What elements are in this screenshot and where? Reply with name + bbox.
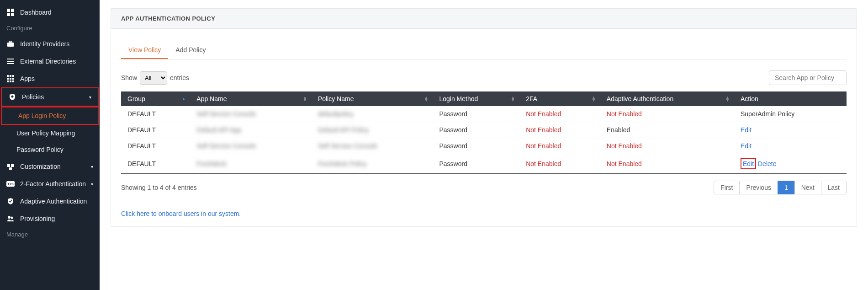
- cell-login-method: Password: [433, 106, 519, 122]
- sidebar: Dashboard Configure Identity Providers E…: [0, 0, 100, 290]
- sidebar-item-policies[interactable]: Policies ▾: [1, 87, 99, 107]
- sidebar-item-apps[interactable]: Apps: [0, 70, 100, 87]
- dashboard-icon: [6, 8, 15, 16]
- col-login-method[interactable]: Login Method▲▼: [433, 91, 519, 106]
- cell-app-name: Freshdesk: [190, 154, 312, 174]
- svg-rect-16: [10, 81, 11, 82]
- sidebar-item-label: External Directories: [20, 58, 76, 65]
- sidebar-item-password-policy[interactable]: Password Policy: [0, 141, 100, 158]
- policy-table: Group▲ App Name▲▼ Policy Name▲▼ Login Me…: [121, 91, 847, 174]
- shield-check-icon: [6, 197, 15, 205]
- svg-rect-2: [7, 13, 10, 16]
- panel-title: APP AUTHENTICATION POLICY: [111, 9, 857, 29]
- col-app-name[interactable]: App Name▲▼: [190, 91, 312, 106]
- sidebar-item-adaptive-auth[interactable]: Adaptive Authentication: [0, 193, 100, 210]
- svg-point-24: [8, 216, 11, 219]
- entries-label: entries: [170, 74, 189, 81]
- sidebar-item-label: Customization: [20, 163, 61, 170]
- svg-rect-17: [12, 81, 14, 82]
- sidebar-item-customization[interactable]: Customization ▾: [0, 158, 100, 175]
- cell-login-method: Password: [433, 154, 519, 174]
- svg-rect-14: [12, 78, 14, 80]
- edit-link[interactable]: Edit: [741, 126, 752, 134]
- briefcase-icon: [6, 40, 15, 48]
- cell-group: DEFAULT: [121, 154, 190, 174]
- search-input[interactable]: [769, 70, 847, 85]
- cell-login-method: Password: [433, 122, 519, 138]
- list-icon: [6, 57, 15, 65]
- cell-action: Edit Delete: [734, 154, 847, 174]
- sidebar-item-2fa[interactable]: 123 2-Factor Authentication ▾: [0, 175, 100, 193]
- tab-view-policy[interactable]: View Policy: [121, 42, 168, 59]
- cell-app-name: Self Service Console: [190, 138, 312, 154]
- sidebar-item-identity-providers[interactable]: Identity Providers: [0, 35, 100, 53]
- cell-adaptive: Not Enabled: [600, 106, 734, 122]
- sidebar-item-app-login-policy[interactable]: App Login Policy: [1, 107, 99, 125]
- svg-rect-13: [10, 78, 11, 80]
- sidebar-section-configure: Configure: [0, 21, 100, 35]
- svg-rect-19: [7, 164, 10, 167]
- table-info: Showing 1 to 4 of 4 entries: [121, 184, 197, 191]
- svg-rect-11: [12, 75, 14, 77]
- sidebar-item-label: Provisioning: [20, 215, 55, 222]
- users-icon: [6, 215, 15, 223]
- delete-link[interactable]: Delete: [758, 160, 776, 167]
- page-next[interactable]: Next: [794, 181, 821, 194]
- table-row: DEFAULTFreshdeskFreshdesk PolicyPassword…: [121, 154, 847, 174]
- cell-policy-name: Freshdesk Policy: [312, 154, 433, 174]
- svg-rect-5: [9, 41, 12, 43]
- page-1[interactable]: 1: [778, 181, 795, 194]
- pagination: First Previous 1 Next Last: [714, 181, 847, 194]
- cell-2fa: Not Enabled: [519, 154, 600, 174]
- sidebar-section-manage: Manage: [0, 227, 100, 242]
- chevron-down-icon: ▾: [91, 164, 93, 169]
- cell-app-name: Self Service Console: [190, 106, 312, 122]
- svg-rect-7: [7, 61, 14, 62]
- svg-point-18: [11, 96, 14, 98]
- svg-rect-3: [11, 13, 14, 16]
- svg-rect-20: [11, 164, 14, 167]
- svg-rect-12: [7, 78, 9, 80]
- col-action: Action: [734, 91, 847, 106]
- sidebar-item-provisioning[interactable]: Provisioning: [0, 210, 100, 227]
- col-policy-name[interactable]: Policy Name▲▼: [312, 91, 433, 106]
- onboard-link[interactable]: Click here to onboard users in our syste…: [121, 210, 847, 217]
- cell-2fa: Not Enabled: [519, 138, 600, 154]
- key-icon: 123: [6, 180, 15, 188]
- sidebar-item-dashboard[interactable]: Dashboard: [0, 4, 100, 21]
- cell-action: Edit: [734, 122, 847, 138]
- sidebar-item-label: Policies: [22, 93, 44, 101]
- entries-select[interactable]: All: [140, 71, 167, 85]
- puzzle-icon: [6, 162, 15, 171]
- edit-link[interactable]: Edit: [741, 158, 756, 169]
- chevron-down-icon: ▾: [91, 182, 93, 187]
- sidebar-item-label: 2-Factor Authentication: [20, 180, 86, 188]
- col-group[interactable]: Group▲: [121, 91, 190, 106]
- sidebar-item-label: Password Policy: [16, 146, 64, 153]
- svg-rect-4: [7, 43, 14, 47]
- grid-icon: [6, 75, 15, 83]
- page-previous[interactable]: Previous: [739, 181, 778, 194]
- svg-rect-15: [7, 81, 9, 82]
- page-first[interactable]: First: [714, 181, 740, 194]
- cell-action: Edit: [734, 138, 847, 154]
- cell-adaptive: Enabled: [600, 122, 734, 138]
- edit-link[interactable]: Edit: [741, 142, 752, 150]
- cell-group: DEFAULT: [121, 106, 190, 122]
- tab-add-policy[interactable]: Add Policy: [168, 42, 213, 59]
- sidebar-item-external-directories[interactable]: External Directories: [0, 53, 100, 70]
- svg-rect-10: [10, 75, 11, 77]
- cell-adaptive: Not Enabled: [600, 154, 734, 174]
- sidebar-item-user-policy-mapping[interactable]: User Policy Mapping: [0, 125, 100, 141]
- col-adaptive[interactable]: Adaptive Authentication▲▼: [600, 91, 734, 106]
- cell-2fa: Not Enabled: [519, 106, 600, 122]
- svg-rect-6: [7, 59, 14, 59]
- page-last[interactable]: Last: [821, 181, 847, 194]
- table-row: DEFAULTSelf Service Consoledefaultpolicy…: [121, 106, 847, 122]
- table-row: DEFAULTDefault API AppDefault API Policy…: [121, 122, 847, 138]
- svg-text:123: 123: [7, 182, 14, 186]
- cell-group: DEFAULT: [121, 122, 190, 138]
- show-label: Show: [121, 74, 137, 81]
- cell-app-name: Default API App: [190, 122, 312, 138]
- col-2fa[interactable]: 2FA▲▼: [519, 91, 600, 106]
